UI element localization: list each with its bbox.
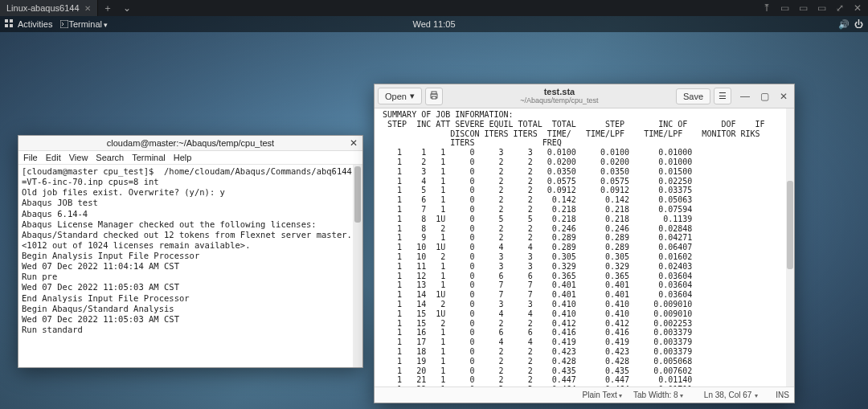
close-icon[interactable]: ✕ <box>84 4 91 13</box>
hamburger-button[interactable]: ☰ <box>714 88 731 104</box>
status-cursor: Ln 38, Col 67 <box>704 391 752 399</box>
print-button[interactable] <box>425 88 443 105</box>
gedit-window: Open ▾ test.sta ~/Abaqus/temp/cpu_test S… <box>374 84 795 403</box>
status-insert: INS <box>776 391 789 399</box>
window-controls: ― ▢ ✕ <box>738 91 791 102</box>
tab-menu-chevron-icon[interactable]: ⌄ <box>117 0 137 16</box>
chevron-down-icon[interactable] <box>755 391 758 399</box>
svg-rect-1 <box>10 19 13 22</box>
status-tab-width[interactable]: Tab Width: 8 <box>633 391 683 399</box>
svg-rect-3 <box>10 24 13 27</box>
gedit-statusbar: Plain Text Tab Width: 8 Ln 38, Col 67 IN… <box>375 387 794 403</box>
snapshot-icon[interactable]: ▭ <box>780 2 789 14</box>
volume-icon[interactable]: 🔊 <box>838 19 850 30</box>
terminal-app-menu[interactable]: Terminal <box>68 19 108 29</box>
menu-search[interactable]: Search <box>96 153 124 162</box>
close-vm-icon[interactable]: ✕ <box>854 2 862 14</box>
open-button[interactable]: Open ▾ <box>378 88 422 104</box>
close-icon[interactable]: ✕ <box>776 91 791 102</box>
terminal-app-icon[interactable] <box>60 20 68 28</box>
terminal-title: cloudam@master:~/Abaqus/temp/cpu_test <box>107 138 274 148</box>
save-button[interactable]: Save <box>676 88 710 104</box>
power-icon[interactable]: ⏻ <box>854 19 863 29</box>
close-icon[interactable]: ✕ <box>350 137 358 149</box>
menu-help[interactable]: Help <box>174 153 192 162</box>
clock[interactable]: Wed 11:05 <box>412 19 455 29</box>
desktop-top-bar: Activities Terminal Wed 11:05 🔊 ⏻ <box>0 16 868 32</box>
gedit-title: test.sta ~/Abaqus/temp/cpu_test <box>446 88 673 104</box>
scrollbar[interactable] <box>786 108 794 387</box>
status-language[interactable]: Plain Text <box>583 391 622 399</box>
menu-terminal[interactable]: Terminal <box>132 153 166 162</box>
svg-rect-4 <box>60 20 68 28</box>
gedit-headerbar[interactable]: Open ▾ test.sta ~/Abaqus/temp/cpu_test S… <box>375 84 794 108</box>
activities-icon[interactable] <box>5 19 14 29</box>
scrollbar[interactable] <box>353 165 362 367</box>
printer-icon <box>429 91 439 102</box>
terminal-output[interactable]: [cloudam@master cpu_test]$ /home/cloudam… <box>18 165 362 367</box>
file-title: test.sta <box>446 88 673 97</box>
svg-rect-6 <box>432 92 436 94</box>
svg-rect-2 <box>5 24 8 27</box>
svg-rect-0 <box>5 19 8 22</box>
maximize-icon[interactable]: ▢ <box>757 91 772 102</box>
file-path: ~/Abaqus/temp/cpu_test <box>446 97 673 104</box>
gedit-text-area[interactable]: SUMMARY OF JOB INFORMATION: STEP INC ATT… <box>375 108 794 387</box>
terminal-menubar: File Edit View Search Terminal Help <box>18 151 362 165</box>
vm-system-icons: ⤒ ▭ ▭ ▭ ⤢ ✕ <box>763 0 868 16</box>
vm-tab[interactable]: Linux-abaqus6144 ✕ <box>0 0 98 16</box>
vm-tab-label: Linux-abaqus6144 <box>6 3 80 13</box>
clipboard-icon[interactable]: ▭ <box>817 2 826 14</box>
send-key-icon[interactable]: ⤒ <box>763 2 771 14</box>
chevron-down-icon: ▾ <box>410 91 415 101</box>
activities-button[interactable]: Activities <box>18 19 52 29</box>
terminal-titlebar[interactable]: cloudam@master:~/Abaqus/temp/cpu_test ✕ <box>18 136 362 151</box>
scrollbar-thumb[interactable] <box>354 166 361 223</box>
minimize-icon[interactable]: ― <box>738 91 752 102</box>
vm-tab-bar: Linux-abaqus6144 ✕ ＋ ⌄ ⤒ ▭ ▭ ▭ ⤢ ✕ <box>0 0 868 16</box>
svg-rect-7 <box>432 96 436 99</box>
hamburger-icon: ☰ <box>719 91 727 101</box>
scrollbar-thumb[interactable] <box>787 181 793 269</box>
menu-view[interactable]: View <box>69 153 88 162</box>
menu-file[interactable]: File <box>23 153 38 162</box>
menu-edit[interactable]: Edit <box>46 153 61 162</box>
fullscreen-icon[interactable]: ⤢ <box>836 2 844 14</box>
open-button-label: Open <box>385 92 407 101</box>
screen-icon[interactable]: ▭ <box>799 2 808 14</box>
terminal-window: cloudam@master:~/Abaqus/temp/cpu_test ✕ … <box>18 135 363 368</box>
new-tab-button[interactable]: ＋ <box>98 0 117 16</box>
